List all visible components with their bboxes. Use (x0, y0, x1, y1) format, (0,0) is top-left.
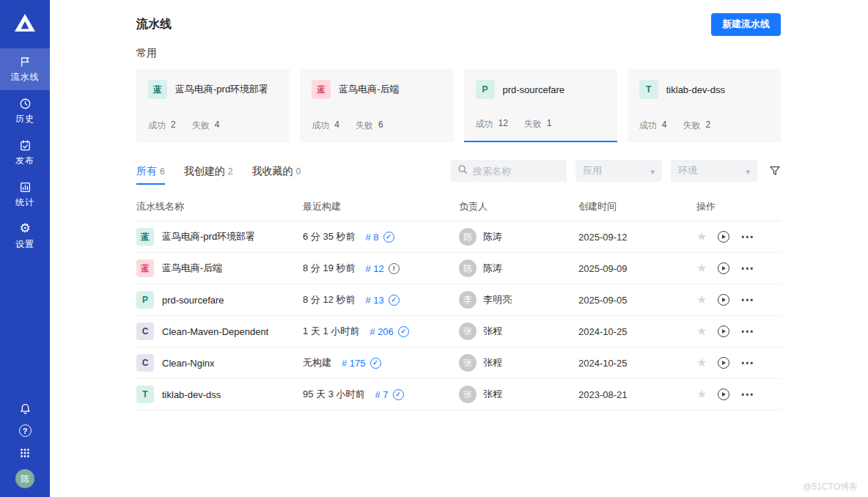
favorite-star-icon[interactable] (696, 294, 707, 306)
search-box (451, 160, 567, 182)
card-pipeline-name: tiklab-dev-dss (666, 84, 725, 95)
favorite-star-icon[interactable] (696, 262, 707, 274)
stats-icon (19, 180, 32, 194)
pipeline-name[interactable]: Clean-Nginx (162, 358, 215, 369)
card-header: T tiklab-dev-dss (639, 80, 769, 99)
card-header: 蓝 蓝鸟电商-prd环境部署 (148, 80, 278, 99)
user-avatar[interactable]: 陈 (15, 469, 34, 488)
build-number-link[interactable]: # 206 (369, 326, 394, 337)
tab-created-by-me[interactable]: 我创建的2 (184, 165, 233, 185)
table-header-row: 流水线名称 最近构建 负责人 创建时间 操作 (136, 194, 781, 221)
sidebar-bottom: 陈 (15, 402, 34, 497)
pipeline-card[interactable]: T tiklab-dev-dss 成功4 失败2 (628, 69, 781, 142)
table-row[interactable]: Pprd-sourcefare 8 分 12 秒前# 13 李李明亮 2025-… (136, 284, 781, 316)
build-time: 无构建 (303, 356, 331, 369)
fail-stat: 失败4 (192, 119, 220, 132)
col-actions: 操作 (696, 194, 781, 221)
sidebar-item-label: 历史 (15, 113, 34, 125)
help-icon[interactable] (19, 424, 32, 437)
run-play-icon[interactable] (718, 294, 729, 306)
owner-avatar: 张 (459, 386, 477, 403)
tabs: 所有6 我创建的2 我收藏的0 (136, 165, 301, 185)
notification-bell-icon[interactable] (19, 402, 32, 415)
fail-stat: 失败1 (524, 118, 552, 130)
created-date: 2024-10-25 (578, 326, 628, 337)
sidebar-item-history[interactable]: 历史 (0, 90, 50, 132)
pipeline-badge: P (136, 291, 154, 309)
search-input[interactable] (473, 166, 560, 177)
sidebar-item-label: 统计 (15, 196, 34, 209)
card-pipeline-name: prd-sourcefare (503, 84, 565, 95)
sidebar-item-stats[interactable]: 统计 (0, 174, 50, 216)
build-status-icon (398, 326, 409, 337)
success-stat: 成功12 (476, 118, 508, 130)
card-header: P prd-sourcefare (476, 80, 606, 99)
pipeline-card[interactable]: 蓝 蓝鸟电商-prd环境部署 成功2 失败4 (136, 69, 290, 142)
pipeline-card[interactable]: 蓝 蓝鸟电商-后端 成功4 失败6 (300, 69, 453, 142)
card-stats: 成功2 失败4 (148, 119, 278, 132)
build-status-icon (389, 263, 400, 274)
tab-all[interactable]: 所有6 (136, 165, 165, 185)
col-owner: 负责人 (459, 194, 578, 221)
run-play-icon[interactable] (718, 231, 729, 243)
more-actions-icon[interactable] (740, 325, 754, 338)
table-row[interactable]: Ttiklab-dev-dss 95 天 3 小时前# 7 张张程 2023-0… (136, 379, 781, 411)
more-actions-icon[interactable] (740, 293, 754, 306)
pipeline-name[interactable]: tiklab-dev-dss (162, 389, 221, 400)
sidebar: 流水线 历史 发布 统计 设置 (0, 0, 50, 497)
build-number-link[interactable]: # 175 (342, 358, 366, 369)
card-header: 蓝 蓝鸟电商-后端 (312, 80, 441, 99)
table-row[interactable]: 蓝蓝鸟电商-后端 8 分 19 秒前# 12 陈陈涛 2025-09-09 (136, 253, 781, 284)
sidebar-item-label: 设置 (15, 238, 34, 251)
table-row[interactable]: 蓝蓝鸟电商-prd环境部署 6 分 35 秒前# 8 陈陈涛 2025-09-1… (136, 221, 781, 253)
table-row[interactable]: CClean-Maven-Dependent 1 天 1 小时前# 206 张张… (136, 316, 781, 347)
logo-icon (14, 13, 36, 35)
more-actions-icon[interactable] (740, 356, 754, 369)
pipeline-name[interactable]: 蓝鸟电商-后端 (162, 262, 222, 275)
app-select[interactable]: 应用 (575, 160, 662, 182)
build-status-icon (389, 295, 400, 306)
apps-grid-icon[interactable] (19, 446, 31, 460)
more-actions-icon[interactable] (740, 230, 754, 243)
env-select[interactable]: 环境 (671, 160, 757, 182)
run-play-icon[interactable] (718, 357, 729, 369)
watermark: @51CTO博客 (803, 481, 858, 493)
favorite-star-icon[interactable] (696, 231, 707, 243)
favorite-star-icon[interactable] (696, 357, 707, 369)
chevron-down-icon (650, 166, 655, 177)
pipeline-badge: 蓝 (136, 259, 154, 277)
favorite-star-icon[interactable] (696, 389, 707, 400)
owner-name: 陈涛 (483, 230, 502, 243)
pipeline-card[interactable]: P prd-sourcefare 成功12 失败1 (464, 69, 617, 142)
card-pipeline-name: 蓝鸟电商-prd环境部署 (175, 83, 268, 96)
pipeline-name[interactable]: Clean-Maven-Dependent (162, 326, 268, 337)
owner-name: 张程 (483, 325, 502, 338)
main-content: 流水线 新建流水线 常用 蓝 蓝鸟电商-prd环境部署 成功2 失败4 蓝 蓝鸟… (50, 0, 868, 497)
sidebar-item-settings[interactable]: 设置 (0, 216, 50, 257)
pipeline-name[interactable]: 蓝鸟电商-prd环境部署 (162, 230, 255, 243)
chevron-down-icon (746, 166, 750, 177)
pipeline-badge: T (136, 386, 154, 403)
more-actions-icon[interactable] (740, 388, 754, 401)
run-play-icon[interactable] (718, 389, 729, 400)
new-pipeline-button[interactable]: 新建流水线 (711, 13, 781, 36)
pipeline-badge: 蓝 (148, 80, 167, 99)
build-number-link[interactable]: # 13 (366, 295, 384, 306)
build-time: 1 天 1 小时前 (303, 325, 359, 338)
pipeline-name[interactable]: prd-sourcefare (162, 295, 224, 306)
col-pipeline-name: 流水线名称 (136, 194, 303, 221)
run-play-icon[interactable] (718, 262, 729, 274)
favorite-star-icon[interactable] (696, 325, 707, 337)
run-play-icon[interactable] (718, 325, 729, 337)
build-number-link[interactable]: # 7 (375, 389, 389, 400)
col-latest-build: 最近构建 (303, 194, 459, 221)
more-actions-icon[interactable] (740, 262, 754, 275)
filter-funnel-icon[interactable] (769, 163, 781, 178)
build-number-link[interactable]: # 8 (366, 232, 379, 243)
sidebar-item-pipeline[interactable]: 流水线 (0, 48, 50, 90)
tab-favorites[interactable]: 我收藏的0 (251, 165, 301, 185)
list-toolbar: 所有6 我创建的2 我收藏的0 应用 环境 (136, 160, 781, 185)
sidebar-item-release[interactable]: 发布 (0, 132, 50, 174)
build-number-link[interactable]: # 12 (366, 263, 384, 274)
table-row[interactable]: CClean-Nginx 无构建# 175 张张程 2024-10-25 (136, 347, 781, 379)
